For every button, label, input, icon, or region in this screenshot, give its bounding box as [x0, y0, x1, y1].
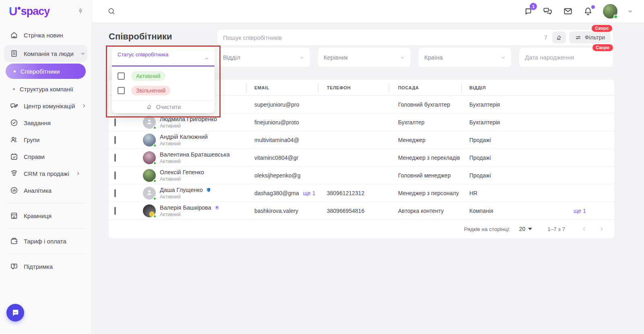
more-departments-link[interactable]: ще 1 — [574, 208, 586, 214]
sidebar-divider — [6, 228, 85, 229]
filters-button[interactable]: Фільтри Скоро — [569, 31, 611, 43]
online-status-dot — [153, 197, 157, 200]
sidebar-item-label: Компанія та люди — [24, 50, 74, 57]
sidebar-item-label: Центр комунікацій — [24, 103, 75, 109]
sidebar-item-company-structure[interactable]: Структура компанії — [0, 80, 91, 97]
uspacy-logo[interactable]: U spacy — [9, 5, 50, 17]
name-text: Людмила Григоренко — [160, 116, 217, 122]
pin-sidebar-icon[interactable] — [77, 8, 84, 15]
sidebar-item-label: Тариф і оплата — [24, 238, 66, 245]
previous-page-chevron-icon[interactable] — [579, 224, 589, 234]
checkbox[interactable] — [114, 154, 116, 162]
sidebar-item-analytics[interactable]: Аналітика — [0, 182, 91, 199]
status-option-active[interactable]: Активний — [112, 69, 215, 83]
next-page-chevron-icon[interactable] — [597, 224, 607, 234]
status-dropdown-panel: АктивнийЗвільнений Очистити — [112, 66, 215, 113]
employee-name-cell[interactable]: Андрій КалюжнийАктивний — [160, 134, 208, 146]
chevron-down-icon — [500, 54, 506, 61]
table-row[interactable]: Людмила ГригоренкоАктивнийfinejunioru@pr… — [109, 113, 614, 131]
chat-icon[interactable]: 1 — [522, 6, 533, 16]
rows-per-page-label: Рядків на сторінці: — [464, 226, 510, 232]
row-checkbox-cell — [114, 137, 116, 143]
sidebar-item-newsfeed[interactable]: Стрічка новин — [0, 27, 91, 43]
employee-name: Валентина Браташевська — [160, 151, 230, 158]
email-text: bashkirova.valery — [254, 208, 298, 214]
clear-status-filter-button[interactable]: Очистити — [112, 100, 215, 113]
chevron-down-icon — [299, 54, 305, 61]
sidebar-item-label: Підтримка — [24, 263, 53, 270]
filter-manager[interactable]: Керівник — [318, 48, 411, 67]
filter-country[interactable]: Країна — [419, 48, 511, 67]
sidebar-item-crm[interactable]: CRM та продажі — [0, 165, 91, 182]
filter-label: Країна — [424, 54, 500, 61]
store-icon — [10, 211, 19, 220]
employee-search-input[interactable] — [223, 34, 539, 41]
filter-department[interactable]: Відділ — [217, 48, 310, 67]
more-emails-link[interactable]: ще 1 — [303, 190, 316, 196]
checkbox[interactable] — [114, 189, 116, 197]
pagination-range: 1–7 з 7 — [547, 226, 565, 232]
user-avatar[interactable] — [603, 4, 617, 19]
table-row[interactable]: Валентина БраташевськаАктивнийvitaminc08… — [109, 149, 614, 167]
sidebar-item-employees[interactable]: Співробітники — [6, 64, 86, 79]
analytics-icon — [10, 186, 19, 195]
sidebar-item-billing[interactable]: Тариф і оплата — [0, 233, 91, 249]
employee-status-select[interactable]: Статус співробітника — [112, 47, 215, 66]
notification-dot — [591, 5, 595, 9]
status-select-label: Статус співробітника — [118, 52, 168, 58]
employee-name-cell[interactable]: Людмила ГригоренкоАктивний — [160, 116, 217, 129]
table-row[interactable]: Даша ГлущенкоАктивнийdashag380@gmaще 138… — [109, 184, 614, 202]
sidebar-item-comm-center[interactable]: Центр комунікацій — [0, 97, 91, 114]
profile-chevron-down-icon[interactable] — [627, 8, 634, 14]
filter-label: Керівник — [324, 54, 399, 61]
employee-name-cell[interactable]: Валентина БраташевськаАктивний — [160, 151, 230, 164]
department-cell: Бухгалтерія — [469, 119, 500, 126]
rows-per-page-select[interactable]: 20 — [519, 226, 533, 232]
position-cell: Менеджер з перекладів — [398, 155, 460, 161]
clear-search-button[interactable] — [552, 31, 566, 43]
email-text: dashag380@gma — [254, 190, 299, 196]
sidebar-item-groups[interactable]: Групи — [0, 131, 91, 148]
employee-name-cell[interactable]: Олексій ГепенкоАктивний — [160, 169, 204, 182]
header-divider — [389, 83, 389, 92]
support-chat-fab[interactable] — [6, 304, 24, 322]
page-title: Співробітники — [109, 31, 172, 42]
status-pill: Активний — [131, 71, 165, 81]
soon-badge: Скоро — [592, 25, 612, 32]
checkbox[interactable] — [118, 72, 125, 80]
table-row[interactable]: Олексій ГепенкоАктивнийoleksijhepenko@gГ… — [109, 167, 614, 184]
chevron-right-icon — [75, 170, 81, 177]
row-checkbox-cell — [114, 172, 116, 179]
sidebar-item-support[interactable]: Підтримка — [0, 258, 91, 275]
sidebar-item-tasks[interactable]: Завдання — [0, 114, 91, 131]
checkbox[interactable] — [118, 87, 125, 94]
table-row[interactable]: Валерія БашкіроваАктивнийbashkirova.vale… — [109, 202, 614, 220]
checkbox[interactable] — [114, 171, 116, 179]
bullet-icon — [14, 70, 16, 72]
mail-icon[interactable] — [563, 6, 573, 16]
search-icon[interactable] — [107, 7, 116, 16]
online-status-dot — [153, 179, 157, 183]
email-cell: multivitamina04@ — [254, 137, 299, 143]
calendar-icon — [10, 152, 19, 161]
sidebar-item-label: Аналітика — [24, 187, 52, 194]
notifications-bell-icon[interactable] — [583, 6, 593, 16]
checkbox[interactable] — [114, 118, 116, 126]
filter-birthdate[interactable]: Дата народженняСкоро — [519, 48, 613, 67]
sidebar-item-company-people[interactable]: Компанія та люди — [4, 45, 87, 62]
status-option-fired[interactable]: Звільнений — [112, 83, 215, 98]
column-header: ПОСАДА — [398, 85, 419, 90]
sidebar-divider — [6, 203, 85, 203]
group-chat-icon[interactable] — [543, 6, 553, 16]
sidebar-item-store[interactable]: Крамниця — [0, 207, 91, 224]
employee-name-cell[interactable]: Валерія БашкіроваАктивний — [160, 204, 220, 217]
checkbox[interactable] — [114, 136, 116, 144]
sidebar-divider — [6, 254, 85, 254]
sidebar-item-activities[interactable]: Справи — [0, 148, 91, 165]
table-row[interactable]: Андрій КалюжнийАктивнийmultivitamina04@М… — [109, 131, 614, 149]
sidebar-item-label: CRM та продажі — [24, 170, 69, 177]
email-cell: vitaminc0804@gr — [254, 155, 298, 161]
employee-name-cell[interactable]: Даша ГлущенкоАктивний — [160, 187, 211, 200]
employee-name: Даша Глущенко — [160, 187, 211, 193]
checkbox[interactable] — [114, 207, 116, 215]
